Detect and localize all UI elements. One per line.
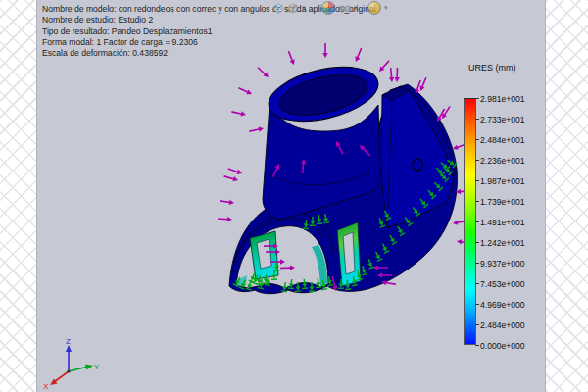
legend-value: 2.981e+001 (480, 94, 525, 103)
legend-value: 1.987e+001 (480, 176, 525, 185)
transparency-checker-left (0, 0, 36, 392)
hide-show-items-icon[interactable] (338, 2, 352, 14)
legend-value: 1.491e+001 (480, 218, 525, 226)
plate-hole (413, 159, 422, 171)
heads-up-toolbar: ▾ ▾ ▾ (272, 0, 388, 16)
svg-text:Z: Z (66, 337, 71, 346)
part-body (229, 58, 457, 294)
legend-value: 4.969e+000 (480, 300, 525, 309)
x-axis: X (43, 371, 69, 391)
legend-value: 9.937e+000 (480, 259, 525, 268)
dropdown-caret-icon[interactable]: ▾ (384, 0, 388, 16)
graphics-viewport[interactable]: Nombre de modelo: con redondeos con corr… (36, 0, 546, 392)
dropdown-caret-icon[interactable]: ▾ (302, 0, 306, 16)
svg-text:Y: Y (94, 363, 100, 371)
y-axis: Y (69, 363, 100, 371)
dropdown-caret-icon[interactable]: ▾ (355, 0, 359, 16)
z-axis: Z (66, 337, 72, 371)
scene-sphere-icon[interactable] (368, 1, 381, 15)
legend-value: 0.000e+000 (480, 341, 525, 350)
coordinate-triad: Z Y X (42, 336, 103, 391)
legend-value: 1.739e+001 (480, 197, 525, 206)
view-cube-icon[interactable] (272, 2, 284, 14)
legend-value: 2.484e+001 (480, 135, 525, 144)
legend-title: URES (mm) (468, 63, 516, 73)
appearance-beachball-icon[interactable] (321, 1, 335, 15)
legend-value: 1.242e+001 (480, 238, 525, 247)
legend-value: 7.453e+000 (480, 279, 525, 288)
legend-value: 2.484e+000 (480, 320, 525, 329)
transparency-checker-right (546, 0, 588, 392)
svg-text:X: X (43, 382, 49, 391)
view-cube-icon[interactable] (287, 2, 299, 14)
legend-value: 2.236e+001 (480, 156, 525, 165)
legend-value: 2.733e+001 (480, 115, 525, 123)
solidworks-simulation-screenshot: Nombre de modelo: con redondeos con corr… (0, 0, 588, 392)
